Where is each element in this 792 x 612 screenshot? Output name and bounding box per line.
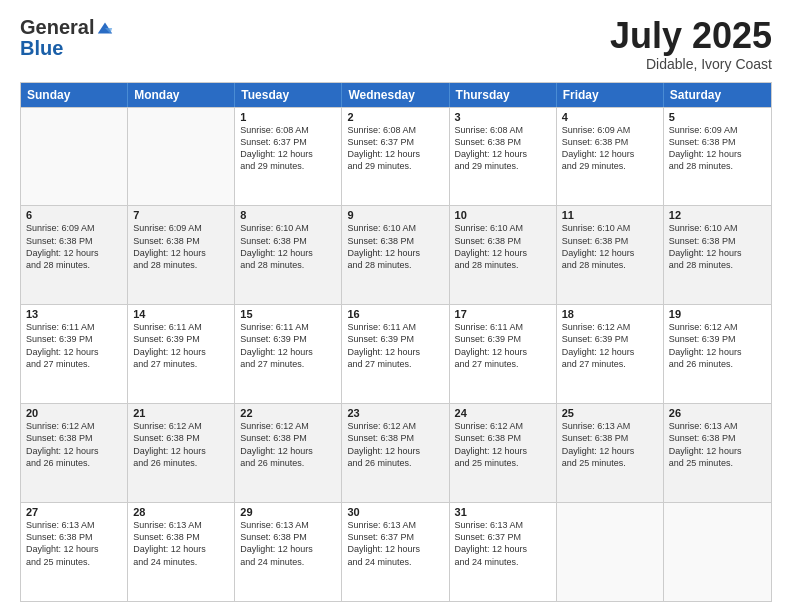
table-row: 26Sunrise: 6:13 AM Sunset: 6:38 PM Dayli… [664, 404, 771, 502]
day-number: 22 [240, 407, 336, 419]
day-info: Sunrise: 6:08 AM Sunset: 6:37 PM Dayligh… [347, 124, 443, 173]
day-number: 16 [347, 308, 443, 320]
table-row: 15Sunrise: 6:11 AM Sunset: 6:39 PM Dayli… [235, 305, 342, 403]
day-info: Sunrise: 6:10 AM Sunset: 6:38 PM Dayligh… [455, 222, 551, 271]
table-row: 18Sunrise: 6:12 AM Sunset: 6:39 PM Dayli… [557, 305, 664, 403]
table-row: 16Sunrise: 6:11 AM Sunset: 6:39 PM Dayli… [342, 305, 449, 403]
logo-blue-text: Blue [20, 37, 63, 59]
table-row: 4Sunrise: 6:09 AM Sunset: 6:38 PM Daylig… [557, 108, 664, 206]
table-row: 12Sunrise: 6:10 AM Sunset: 6:38 PM Dayli… [664, 206, 771, 304]
table-row: 10Sunrise: 6:10 AM Sunset: 6:38 PM Dayli… [450, 206, 557, 304]
day-info: Sunrise: 6:10 AM Sunset: 6:38 PM Dayligh… [562, 222, 658, 271]
day-number: 11 [562, 209, 658, 221]
table-row: 7Sunrise: 6:09 AM Sunset: 6:38 PM Daylig… [128, 206, 235, 304]
day-info: Sunrise: 6:09 AM Sunset: 6:38 PM Dayligh… [669, 124, 766, 173]
header-day: Monday [128, 83, 235, 107]
title-block: July 2025 Didable, Ivory Coast [610, 16, 772, 72]
day-info: Sunrise: 6:13 AM Sunset: 6:38 PM Dayligh… [133, 519, 229, 568]
header-day: Friday [557, 83, 664, 107]
day-info: Sunrise: 6:12 AM Sunset: 6:38 PM Dayligh… [455, 420, 551, 469]
header-day: Sunday [21, 83, 128, 107]
day-info: Sunrise: 6:09 AM Sunset: 6:38 PM Dayligh… [26, 222, 122, 271]
day-info: Sunrise: 6:13 AM Sunset: 6:38 PM Dayligh… [562, 420, 658, 469]
table-row [21, 108, 128, 206]
day-info: Sunrise: 6:12 AM Sunset: 6:38 PM Dayligh… [26, 420, 122, 469]
table-row: 13Sunrise: 6:11 AM Sunset: 6:39 PM Dayli… [21, 305, 128, 403]
header-day: Tuesday [235, 83, 342, 107]
table-row: 6Sunrise: 6:09 AM Sunset: 6:38 PM Daylig… [21, 206, 128, 304]
table-row: 30Sunrise: 6:13 AM Sunset: 6:37 PM Dayli… [342, 503, 449, 601]
day-number: 28 [133, 506, 229, 518]
day-number: 23 [347, 407, 443, 419]
day-number: 12 [669, 209, 766, 221]
day-number: 2 [347, 111, 443, 123]
table-row: 17Sunrise: 6:11 AM Sunset: 6:39 PM Dayli… [450, 305, 557, 403]
table-row: 9Sunrise: 6:10 AM Sunset: 6:38 PM Daylig… [342, 206, 449, 304]
day-number: 31 [455, 506, 551, 518]
day-number: 19 [669, 308, 766, 320]
calendar: SundayMondayTuesdayWednesdayThursdayFrid… [20, 82, 772, 602]
day-number: 17 [455, 308, 551, 320]
table-row: 22Sunrise: 6:12 AM Sunset: 6:38 PM Dayli… [235, 404, 342, 502]
day-info: Sunrise: 6:11 AM Sunset: 6:39 PM Dayligh… [240, 321, 336, 370]
day-info: Sunrise: 6:11 AM Sunset: 6:39 PM Dayligh… [133, 321, 229, 370]
table-row: 27Sunrise: 6:13 AM Sunset: 6:38 PM Dayli… [21, 503, 128, 601]
day-info: Sunrise: 6:11 AM Sunset: 6:39 PM Dayligh… [455, 321, 551, 370]
day-number: 20 [26, 407, 122, 419]
day-info: Sunrise: 6:13 AM Sunset: 6:37 PM Dayligh… [347, 519, 443, 568]
table-row [664, 503, 771, 601]
calendar-week: 27Sunrise: 6:13 AM Sunset: 6:38 PM Dayli… [21, 502, 771, 601]
page: General Blue July 2025 Didable, Ivory Co… [0, 0, 792, 612]
table-row: 1Sunrise: 6:08 AM Sunset: 6:37 PM Daylig… [235, 108, 342, 206]
day-number: 30 [347, 506, 443, 518]
header-day: Saturday [664, 83, 771, 107]
table-row: 2Sunrise: 6:08 AM Sunset: 6:37 PM Daylig… [342, 108, 449, 206]
day-info: Sunrise: 6:11 AM Sunset: 6:39 PM Dayligh… [26, 321, 122, 370]
calendar-body: 1Sunrise: 6:08 AM Sunset: 6:37 PM Daylig… [21, 107, 771, 601]
day-number: 6 [26, 209, 122, 221]
subtitle: Didable, Ivory Coast [610, 56, 772, 72]
day-info: Sunrise: 6:12 AM Sunset: 6:39 PM Dayligh… [669, 321, 766, 370]
day-number: 14 [133, 308, 229, 320]
day-number: 4 [562, 111, 658, 123]
table-row: 3Sunrise: 6:08 AM Sunset: 6:38 PM Daylig… [450, 108, 557, 206]
table-row: 28Sunrise: 6:13 AM Sunset: 6:38 PM Dayli… [128, 503, 235, 601]
table-row: 8Sunrise: 6:10 AM Sunset: 6:38 PM Daylig… [235, 206, 342, 304]
day-number: 25 [562, 407, 658, 419]
table-row: 31Sunrise: 6:13 AM Sunset: 6:37 PM Dayli… [450, 503, 557, 601]
day-info: Sunrise: 6:13 AM Sunset: 6:38 PM Dayligh… [26, 519, 122, 568]
day-number: 27 [26, 506, 122, 518]
day-info: Sunrise: 6:08 AM Sunset: 6:37 PM Dayligh… [240, 124, 336, 173]
calendar-week: 13Sunrise: 6:11 AM Sunset: 6:39 PM Dayli… [21, 304, 771, 403]
day-number: 8 [240, 209, 336, 221]
day-number: 9 [347, 209, 443, 221]
day-number: 29 [240, 506, 336, 518]
header-day: Thursday [450, 83, 557, 107]
table-row: 14Sunrise: 6:11 AM Sunset: 6:39 PM Dayli… [128, 305, 235, 403]
table-row: 20Sunrise: 6:12 AM Sunset: 6:38 PM Dayli… [21, 404, 128, 502]
table-row [557, 503, 664, 601]
day-info: Sunrise: 6:12 AM Sunset: 6:39 PM Dayligh… [562, 321, 658, 370]
day-info: Sunrise: 6:13 AM Sunset: 6:38 PM Dayligh… [240, 519, 336, 568]
day-info: Sunrise: 6:08 AM Sunset: 6:38 PM Dayligh… [455, 124, 551, 173]
day-number: 18 [562, 308, 658, 320]
calendar-week: 1Sunrise: 6:08 AM Sunset: 6:37 PM Daylig… [21, 107, 771, 206]
day-number: 3 [455, 111, 551, 123]
day-info: Sunrise: 6:09 AM Sunset: 6:38 PM Dayligh… [562, 124, 658, 173]
header-day: Wednesday [342, 83, 449, 107]
logo: General Blue [20, 16, 114, 60]
table-row: 5Sunrise: 6:09 AM Sunset: 6:38 PM Daylig… [664, 108, 771, 206]
header: General Blue July 2025 Didable, Ivory Co… [20, 16, 772, 72]
day-number: 21 [133, 407, 229, 419]
month-title: July 2025 [610, 16, 772, 56]
day-info: Sunrise: 6:13 AM Sunset: 6:37 PM Dayligh… [455, 519, 551, 568]
day-number: 1 [240, 111, 336, 123]
day-info: Sunrise: 6:10 AM Sunset: 6:38 PM Dayligh… [669, 222, 766, 271]
day-number: 7 [133, 209, 229, 221]
table-row [128, 108, 235, 206]
day-info: Sunrise: 6:12 AM Sunset: 6:38 PM Dayligh… [133, 420, 229, 469]
day-number: 13 [26, 308, 122, 320]
table-row: 29Sunrise: 6:13 AM Sunset: 6:38 PM Dayli… [235, 503, 342, 601]
day-info: Sunrise: 6:12 AM Sunset: 6:38 PM Dayligh… [240, 420, 336, 469]
table-row: 11Sunrise: 6:10 AM Sunset: 6:38 PM Dayli… [557, 206, 664, 304]
